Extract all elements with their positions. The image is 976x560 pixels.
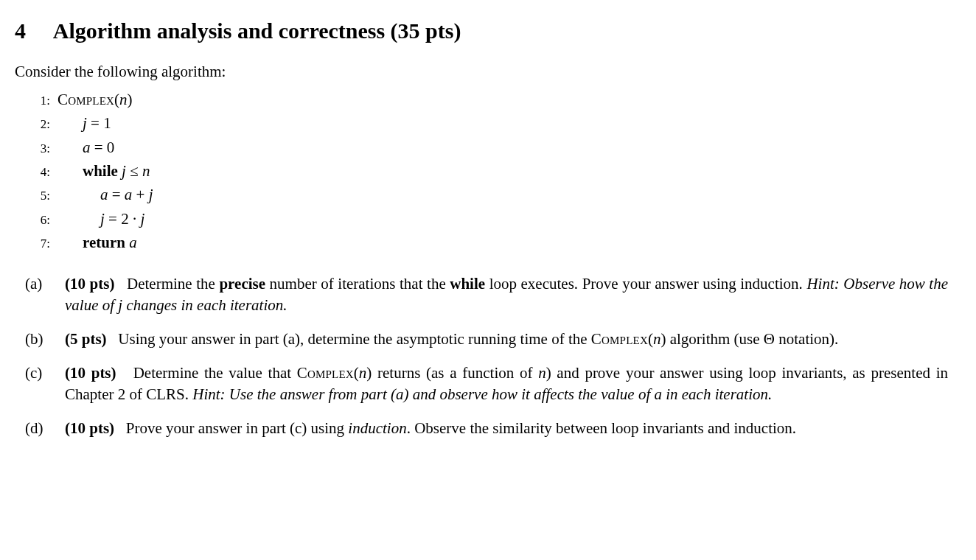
alg-code: a = a + j <box>57 184 153 205</box>
question-body: (5 pts) Using your answer in part (a), d… <box>65 329 948 349</box>
line-number: 5: <box>22 188 57 205</box>
question-d: (d) (10 pts) Prove your answer in part (… <box>15 418 948 438</box>
alg-code: a = 0 <box>57 137 114 158</box>
var-a: a <box>654 385 662 403</box>
section-title: Algorithm analysis and correctness (35 p… <box>53 18 461 43</box>
question-a: (a) (10 pts) Determine the precise numbe… <box>15 273 948 315</box>
alg-arg: n <box>119 91 128 108</box>
plus: + <box>132 186 148 203</box>
document-page: 4 Algorithm analysis and correctness (35… <box>0 0 976 560</box>
induction-word: induction <box>348 419 406 437</box>
section-heading: 4 Algorithm analysis and correctness (35… <box>15 16 948 46</box>
leq: ≤ <box>126 162 142 180</box>
points: (10 pts) <box>65 419 114 437</box>
text: Determine the value that <box>133 364 297 382</box>
eq: = <box>108 186 125 203</box>
var-a: a <box>100 186 108 203</box>
text: Using your answer in part (a), determine… <box>118 330 591 348</box>
paren-close: ) <box>128 91 133 108</box>
var-a: a <box>125 186 133 203</box>
points: (10 pts) <box>65 275 114 293</box>
section-number: 4 <box>15 16 49 46</box>
alg-line-3: 3: a = 0 <box>22 136 948 159</box>
question-b: (b) (5 pts) Using your answer in part (a… <box>15 329 948 349</box>
var-a: a <box>83 139 91 156</box>
alg-code: j = 1 <box>57 113 111 133</box>
var-n: n <box>142 162 150 180</box>
line-number: 1: <box>22 93 57 110</box>
text: number of iterations that the <box>265 275 450 293</box>
question-body: (10 pts) Determine the precise number of… <box>65 273 948 315</box>
question-body: (10 pts) Prove your answer in part (c) u… <box>65 418 948 438</box>
paren-open: ( <box>648 330 653 348</box>
var-n: n <box>359 364 367 382</box>
question-label: (a) <box>15 273 65 315</box>
alg-name: Complex <box>591 330 648 348</box>
line-number: 2: <box>22 116 57 133</box>
while-word: while <box>450 275 485 293</box>
question-label: (b) <box>15 329 65 349</box>
var-n: n <box>538 364 546 382</box>
hint-text: changes in each iteration. <box>122 296 287 314</box>
alg-line-6: 6: j = 2 · j <box>22 207 948 231</box>
alg-code: Complex(n) <box>57 89 133 110</box>
question-c: (c) (10 pts) Determine the value that Co… <box>15 363 948 405</box>
text: algorithm (use Θ notation). <box>666 330 838 348</box>
question-label: (d) <box>15 418 65 438</box>
eq-zero: = 0 <box>91 139 115 156</box>
alg-line-7: 7: return a <box>22 231 948 254</box>
points: (5 pts) <box>65 330 107 348</box>
text: . Observe the similarity between loop in… <box>407 419 796 437</box>
text: Prove your answer in part (c) using <box>126 419 349 437</box>
alg-code: while j ≤ n <box>57 161 150 181</box>
var-j: j <box>140 210 144 228</box>
hint-text: in each iteration. <box>662 385 772 403</box>
while-keyword: while <box>83 162 122 180</box>
eq-one: = 1 <box>87 114 111 132</box>
var-a: a <box>129 234 137 251</box>
var-n: n <box>653 330 661 348</box>
line-number: 3: <box>22 141 57 158</box>
hint-text: Hint: Use the answer from part (a) and o… <box>192 385 654 403</box>
var-j: j <box>149 186 153 203</box>
intro-text: Consider the following algorithm: <box>15 61 948 82</box>
points: (10 pts) <box>65 364 116 382</box>
alg-code: return a <box>57 232 137 253</box>
question-label: (c) <box>15 363 65 405</box>
alg-name: Complex <box>297 364 354 382</box>
question-body: (10 pts) Determine the value that Comple… <box>65 363 948 405</box>
text: loop executes. Prove your answer using i… <box>485 275 806 293</box>
alg-line-2: 2: j = 1 <box>22 111 948 135</box>
line-number: 6: <box>22 212 57 229</box>
return-keyword: return <box>83 234 129 251</box>
alg-line-4: 4: while j ≤ n <box>22 159 948 183</box>
question-list: (a) (10 pts) Determine the precise numbe… <box>15 273 948 438</box>
alg-code: j = 2 · j <box>57 209 144 229</box>
paren-open: ( <box>354 364 359 382</box>
alg-line-1: 1: Complex(n) <box>22 88 948 111</box>
precise-word: precise <box>219 275 265 293</box>
line-number: 7: <box>22 236 57 253</box>
text: returns (as a function of <box>372 364 538 382</box>
alg-name: Complex <box>57 91 114 108</box>
text: Determine the <box>127 275 219 293</box>
line-number: 4: <box>22 164 57 181</box>
eq-two-dot: = 2 · <box>105 210 141 228</box>
alg-line-5: 5: a = a + j <box>22 183 948 206</box>
algorithm-block: 1: Complex(n) 2: j = 1 3: a = 0 4: while… <box>22 88 948 254</box>
